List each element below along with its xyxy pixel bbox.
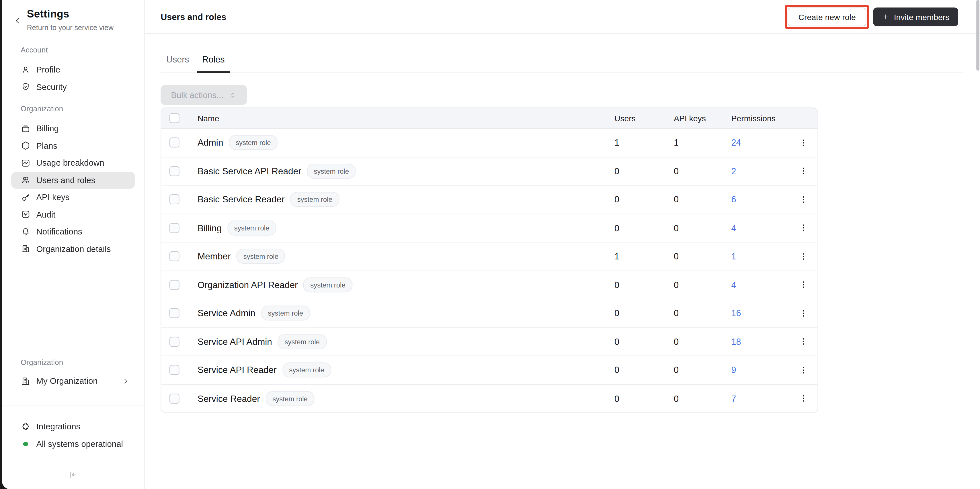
- column-header-users[interactable]: Users: [614, 114, 674, 123]
- kebab-menu-icon[interactable]: [799, 223, 808, 233]
- table-row: Adminsystem role1124: [161, 129, 818, 157]
- invite-members-button[interactable]: Invite members: [873, 8, 958, 26]
- user-icon: [21, 65, 31, 75]
- sidebar-item-profile[interactable]: Profile: [11, 61, 135, 79]
- sidebar-item-billing[interactable]: Billing: [11, 120, 135, 137]
- kebab-menu-icon[interactable]: [799, 252, 808, 261]
- api-keys-count: 1: [674, 138, 732, 148]
- users-count: 0: [614, 166, 674, 176]
- users-count: 1: [614, 138, 674, 148]
- sidebar-item-api-keys[interactable]: API keys: [11, 189, 135, 206]
- bulk-actions-select[interactable]: Bulk actions...: [161, 85, 247, 105]
- row-checkbox[interactable]: [169, 365, 180, 375]
- kebab-menu-icon[interactable]: [799, 138, 808, 147]
- tab-users-label: Users: [166, 54, 189, 65]
- table-row: Service Readersystem role007: [161, 384, 818, 413]
- sidebar-section: OrganizationBillingPlansUsage breakdownU…: [2, 104, 145, 257]
- kebab-menu-icon[interactable]: [799, 308, 808, 318]
- system-role-badge: system role: [278, 334, 327, 349]
- sidebar-item-integrations[interactable]: Integrations: [11, 418, 135, 435]
- create-new-role-button[interactable]: Create new role: [788, 8, 867, 26]
- sidebar-item-label: Security: [36, 82, 67, 92]
- permissions-link[interactable]: 6: [732, 195, 736, 205]
- kebab-menu-icon[interactable]: [799, 166, 808, 176]
- sidebar-item-usage-breakdown[interactable]: Usage breakdown: [11, 154, 135, 171]
- system-status-item[interactable]: All systems operational: [11, 435, 135, 452]
- main-content: Users and roles Create new role Invite m…: [145, 0, 980, 489]
- users-count: 0: [614, 223, 674, 233]
- settings-title: Settings: [27, 8, 69, 21]
- bell-icon: [21, 227, 31, 237]
- permissions-link[interactable]: 4: [732, 280, 736, 290]
- table-row: Service Adminsystem role0016: [161, 298, 818, 327]
- status-label: All systems operational: [36, 439, 123, 449]
- sidebar-item-label: Integrations: [36, 422, 80, 431]
- permissions-link[interactable]: 1: [732, 251, 736, 261]
- column-header-permissions[interactable]: Permissions: [732, 114, 790, 123]
- row-checkbox[interactable]: [169, 280, 180, 290]
- sidebar-item-security[interactable]: Security: [11, 79, 135, 96]
- row-checkbox[interactable]: [169, 308, 180, 318]
- api-keys-count: 0: [674, 365, 732, 375]
- building-icon: [21, 244, 31, 254]
- sidebar-item-organization-details[interactable]: Organization details: [11, 240, 135, 257]
- row-checkbox[interactable]: [169, 195, 180, 205]
- permissions-link[interactable]: 16: [732, 308, 741, 318]
- sidebar-item-label: Organization details: [36, 244, 111, 254]
- invite-members-label: Invite members: [894, 12, 950, 22]
- sidebar-item-my-organization[interactable]: My Organization: [11, 372, 135, 389]
- permissions-link[interactable]: 7: [732, 394, 736, 403]
- role-name: Organization API Reader: [197, 280, 298, 290]
- section-label: Account: [21, 45, 145, 55]
- back-button[interactable]: [12, 15, 23, 26]
- role-name: Admin: [197, 138, 223, 148]
- sidebar-item-label: Usage breakdown: [36, 158, 104, 168]
- api-keys-count: 0: [674, 394, 732, 403]
- column-header-name[interactable]: Name: [189, 114, 614, 123]
- table-row: Organization API Readersystem role004: [161, 270, 818, 298]
- sidebar-item-label: Billing: [36, 124, 59, 133]
- api-keys-count: 0: [674, 195, 732, 205]
- row-checkbox[interactable]: [169, 394, 180, 403]
- kebab-menu-icon[interactable]: [799, 365, 808, 375]
- sidebar-item-users-and-roles[interactable]: Users and roles: [11, 171, 135, 189]
- sidebar-item-notifications[interactable]: Notifications: [11, 223, 135, 240]
- sidebar-item-label: Users and roles: [36, 175, 95, 185]
- sidebar-footer: Integrations All systems operational: [2, 418, 145, 452]
- kebab-menu-icon[interactable]: [799, 195, 808, 204]
- return-to-service-link[interactable]: Return to your service view: [27, 24, 113, 31]
- kebab-menu-icon[interactable]: [799, 337, 808, 346]
- permissions-link[interactable]: 4: [732, 223, 736, 233]
- permissions-link[interactable]: 24: [732, 138, 741, 148]
- role-name: Service Reader: [197, 394, 260, 403]
- api-keys-count: 0: [674, 223, 732, 233]
- app-window: Settings Return to your service view Acc…: [2, 0, 980, 489]
- sidebar-item-label: Audit: [36, 210, 55, 219]
- sidebar-item-audit[interactable]: Audit: [11, 206, 135, 223]
- sidebar-divider: [2, 406, 145, 406]
- select-all-checkbox[interactable]: [169, 113, 180, 123]
- permissions-link[interactable]: 2: [732, 166, 736, 176]
- row-checkbox[interactable]: [169, 223, 180, 233]
- row-checkbox[interactable]: [169, 251, 180, 261]
- role-name: Service API Reader: [197, 365, 277, 375]
- kebab-menu-icon[interactable]: [799, 280, 808, 289]
- row-checkbox[interactable]: [169, 138, 180, 148]
- permissions-link[interactable]: 18: [732, 337, 741, 346]
- scrollbar-thumb[interactable]: [976, 0, 979, 70]
- collapse-sidebar-button[interactable]: [67, 469, 80, 480]
- sidebar-nav: AccountProfileSecurityOrganizationBillin…: [2, 45, 145, 257]
- sidebar-item-label: API keys: [36, 193, 69, 202]
- users-count: 0: [614, 337, 674, 346]
- permissions-link[interactable]: 9: [732, 365, 736, 375]
- plus-icon: [882, 13, 889, 21]
- row-checkbox[interactable]: [169, 337, 180, 346]
- kebab-menu-icon[interactable]: [799, 394, 808, 403]
- sidebar-item-plans[interactable]: Plans: [11, 137, 135, 154]
- tab-users[interactable]: Users: [161, 34, 195, 73]
- top-bar: Users and roles Create new role Invite m…: [145, 0, 980, 34]
- column-header-api-keys[interactable]: API keys: [674, 114, 732, 123]
- key-icon: [21, 192, 31, 202]
- row-checkbox[interactable]: [169, 166, 180, 176]
- tab-roles[interactable]: Roles: [197, 34, 230, 73]
